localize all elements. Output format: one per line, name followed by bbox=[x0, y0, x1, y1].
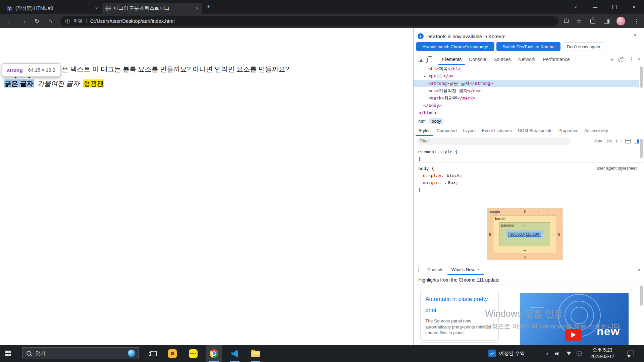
taskbar-search-box[interactable]: 찾기 bbox=[22, 347, 139, 359]
device-toolbar-icon[interactable] bbox=[428, 56, 432, 62]
rendering-emulation-icon[interactable] bbox=[625, 139, 631, 143]
styles-filter-input[interactable] bbox=[416, 137, 571, 145]
card-title-link[interactable]: Automatic in place pretty print bbox=[425, 294, 494, 316]
vscode-button[interactable] bbox=[227, 345, 243, 362]
box-model-padding[interactable]: padding – – – – 965.600×117.500 bbox=[499, 222, 550, 246]
collapsed-content-icon[interactable]: ⋯ bbox=[437, 74, 442, 78]
drawer-close-icon[interactable]: × bbox=[638, 267, 641, 273]
chrome-button[interactable] bbox=[206, 345, 222, 362]
panel-tab-elements[interactable]: Elements bbox=[438, 54, 465, 65]
css-property-margin[interactable]: margin: ▸8px; bbox=[418, 179, 644, 187]
shorthand-expander-icon[interactable]: ▸ bbox=[445, 181, 447, 185]
settings-gear-icon[interactable] bbox=[618, 57, 624, 62]
task-view-button[interactable] bbox=[146, 345, 162, 362]
extensions-puzzle-icon[interactable] bbox=[590, 19, 595, 24]
box-model-margin[interactable]: margin 8 8 8 8 border – – – – padding – … bbox=[487, 208, 562, 260]
breadcrumb-body[interactable]: body bbox=[429, 118, 443, 124]
dom-node-strong-selected[interactable]: <strong>굵은 글자</strong> bbox=[414, 80, 639, 87]
browser-menu-icon[interactable]: ⋮ bbox=[631, 14, 642, 28]
dom-node-em[interactable]: <em>기울여진 글자</em> bbox=[414, 87, 639, 95]
url-divider bbox=[86, 19, 87, 23]
pinned-app-button[interactable] bbox=[164, 345, 180, 362]
reload-button[interactable]: ↻ bbox=[32, 14, 42, 28]
computed-sidebar-toggle-icon[interactable] bbox=[634, 139, 639, 143]
close-window-button[interactable]: × bbox=[627, 0, 641, 14]
drawer-tab-console[interactable]: Console bbox=[423, 264, 447, 275]
home-button[interactable]: ⌂ bbox=[45, 14, 56, 28]
taskbar-clock[interactable]: 오후 5:23 2023-03-17 bbox=[585, 347, 620, 360]
news-widget[interactable]: 예정된 수익 bbox=[486, 345, 528, 362]
network-icon[interactable] bbox=[564, 345, 574, 362]
panel-tab-performance[interactable]: Performance bbox=[539, 54, 573, 65]
tab-close-icon[interactable]: × bbox=[196, 6, 199, 11]
youtube-play-button[interactable] bbox=[565, 329, 582, 341]
whats-new-card[interactable]: Automatic in place pretty print The Sour… bbox=[420, 290, 499, 341]
inline-style-rule[interactable]: element.style { bbox=[418, 148, 644, 155]
address-bar[interactable]: ⓘ 파일 C:/Users/user/Desktop/aeri/index.ht… bbox=[60, 16, 558, 26]
panel-tab-console[interactable]: Console bbox=[465, 54, 490, 65]
no-internet-globe-icon[interactable]: × bbox=[574, 345, 584, 362]
tab-styles[interactable]: Styles bbox=[416, 126, 433, 136]
more-panels-icon[interactable]: » bbox=[610, 56, 613, 62]
dom-node-h1[interactable]: <h1>제목</h1> bbox=[414, 65, 639, 72]
kakaotalk-icon: TALK bbox=[189, 349, 198, 358]
explorer-button[interactable] bbox=[248, 345, 264, 362]
switch-korean-button[interactable]: Switch DevTools to Korean bbox=[496, 42, 560, 51]
tab-properties[interactable]: Properties bbox=[555, 126, 581, 136]
notice-close-icon[interactable]: × bbox=[634, 32, 637, 38]
browser-tab-1[interactable]: V (작성중) HTML #3 × bbox=[3, 3, 101, 14]
box-model-content[interactable]: 965.600×117.500 bbox=[506, 230, 543, 238]
tab-close-icon[interactable]: × bbox=[477, 267, 480, 272]
dom-node-body-close[interactable]: </body> bbox=[414, 102, 639, 109]
start-button[interactable] bbox=[0, 345, 16, 362]
tab-search-chevron-icon[interactable]: ∨ bbox=[568, 0, 583, 14]
dom-node-html-close[interactable]: </html> bbox=[414, 109, 639, 117]
browser-tab-2-active[interactable]: 태그의 구분과 텍스트 태그 × bbox=[102, 3, 202, 14]
minimize-button[interactable]: — bbox=[588, 0, 602, 14]
bookmark-star-icon[interactable]: ☆ bbox=[574, 14, 584, 28]
volume-icon[interactable] bbox=[553, 345, 562, 362]
whats-new-card-partial[interactable] bbox=[420, 342, 499, 345]
box-model-border[interactable]: border – – – – padding – – – – 965.600×1… bbox=[493, 216, 556, 253]
share-icon[interactable] bbox=[561, 14, 572, 28]
inspect-element-icon[interactable] bbox=[418, 57, 423, 62]
new-tab-button[interactable]: + bbox=[207, 2, 211, 10]
css-property-display[interactable]: display: block; bbox=[418, 172, 644, 179]
page-info-icon[interactable]: ⓘ bbox=[65, 18, 70, 24]
whats-new-video-thumbnail[interactable]: new bbox=[520, 293, 629, 345]
scrollbar-thumb[interactable] bbox=[640, 139, 643, 158]
maximize-button[interactable] bbox=[607, 0, 622, 14]
side-panel-icon[interactable] bbox=[604, 19, 609, 24]
tab-dom-breakpoints[interactable]: DOM Breakpoints bbox=[515, 126, 555, 136]
toggle-element-classes[interactable]: .cls bbox=[605, 139, 612, 143]
expander-icon[interactable]: ▶ bbox=[424, 72, 426, 80]
breadcrumb-html[interactable]: html bbox=[418, 119, 427, 124]
tab-accessibility[interactable]: Accessibility bbox=[581, 126, 611, 136]
match-language-button[interactable]: Always match Chrome's language bbox=[416, 42, 494, 51]
new-style-rule-icon[interactable]: + bbox=[615, 138, 618, 144]
panel-tab-network[interactable]: Network bbox=[515, 54, 539, 65]
drawer-tab-whats-new[interactable]: What's New× bbox=[447, 264, 484, 275]
scrollbar-thumb[interactable] bbox=[640, 66, 643, 88]
devtools-menu-icon[interactable]: ⋮ bbox=[629, 56, 634, 62]
tab-event-listeners[interactable]: Event Listeners bbox=[479, 126, 515, 136]
forward-button[interactable]: → bbox=[18, 14, 29, 28]
dont-show-again-button[interactable]: Don't show again bbox=[563, 42, 604, 51]
search-highlight-icon[interactable] bbox=[128, 350, 135, 357]
toggle-hover-state[interactable]: :hov bbox=[594, 139, 602, 143]
kakaotalk-button[interactable]: TALK bbox=[185, 345, 201, 362]
panel-tab-sources[interactable]: Sources bbox=[490, 54, 515, 65]
tray-overflow-chevron-icon[interactable]: ∧ bbox=[543, 345, 552, 362]
body-style-rule[interactable]: body {user agent stylesheet bbox=[418, 165, 644, 172]
back-button[interactable]: ← bbox=[5, 14, 15, 28]
action-center-icon[interactable] bbox=[626, 345, 635, 362]
tab-close-icon[interactable]: × bbox=[95, 6, 98, 11]
scrollbar-thumb[interactable] bbox=[640, 286, 643, 306]
dom-node-p[interactable]: ▶<p>⋯</p> bbox=[414, 72, 639, 80]
tab-layout[interactable]: Layout bbox=[460, 126, 479, 136]
devtools-close-icon[interactable]: × bbox=[638, 56, 641, 62]
drawer-menu-icon[interactable]: ⋮ bbox=[416, 266, 421, 273]
dom-node-mark[interactable]: <mark>형광펜</mark> bbox=[414, 95, 639, 102]
profile-avatar[interactable] bbox=[616, 17, 625, 25]
tab-computed[interactable]: Computed bbox=[433, 126, 460, 136]
